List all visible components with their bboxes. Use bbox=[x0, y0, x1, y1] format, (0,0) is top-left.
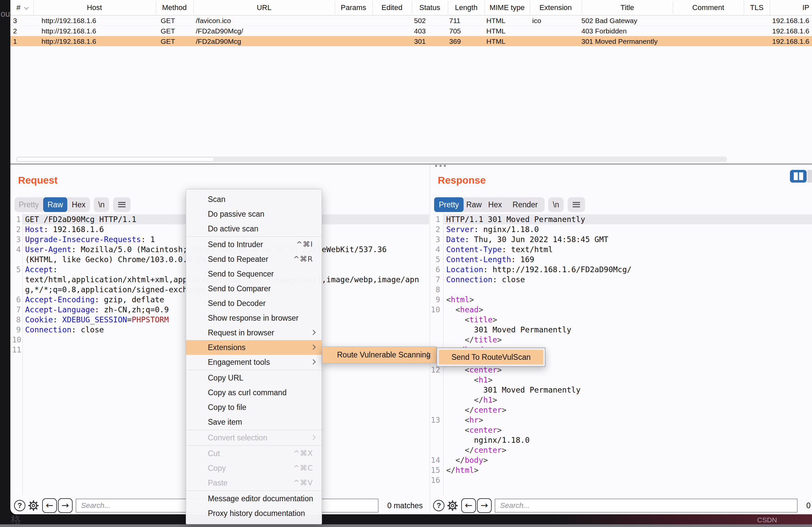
menu-item-label: Engagement tools bbox=[208, 358, 270, 366]
response-line: 16 bbox=[430, 475, 812, 485]
prev-match-button[interactable]: ← bbox=[42, 498, 57, 513]
gear-icon bbox=[446, 499, 459, 512]
menu-item-send-to-decoder[interactable]: Send to Decoder bbox=[186, 296, 322, 311]
line-number: 11 bbox=[12, 345, 21, 355]
response-tabs: PrettyRawHexRender bbox=[434, 197, 545, 212]
line-number: 5 bbox=[430, 255, 440, 265]
cell-length: 711 bbox=[449, 15, 460, 26]
col-header-comment[interactable]: Comment bbox=[681, 0, 735, 15]
layout-columns-button[interactable] bbox=[790, 170, 807, 183]
menu-item-send-to-repeater[interactable]: Send to Repeater^⌘R bbox=[186, 252, 322, 267]
col-header-mime-type[interactable]: MIME type bbox=[480, 0, 534, 15]
col-header-title[interactable]: Title bbox=[600, 0, 654, 15]
table-horizontal-scrollbar[interactable] bbox=[16, 156, 727, 162]
menu-item-label: Convert selection bbox=[208, 433, 267, 442]
next-match-button[interactable]: → bbox=[58, 498, 73, 513]
response-search-input[interactable] bbox=[495, 499, 798, 513]
table-row[interactable]: 3http://192.168.1.6GET/favicon.ico502711… bbox=[10, 15, 812, 26]
col-header-label: # bbox=[16, 3, 20, 12]
line-number: 6 bbox=[12, 295, 21, 305]
tab-hex[interactable]: Hex bbox=[67, 197, 90, 212]
menu-item-scan[interactable]: Scan bbox=[186, 192, 322, 207]
menu-item-show-response-in-browser[interactable]: Show response in browser bbox=[186, 311, 322, 325]
tab-render[interactable]: Render bbox=[506, 197, 545, 212]
submenu-item-send-to-routevulscan[interactable]: Send To RouteVulScan bbox=[439, 350, 543, 364]
col-header-label: Status bbox=[419, 3, 440, 12]
menu-item-copy-to-file[interactable]: Copy to file bbox=[186, 400, 322, 415]
scrollbar-thumb[interactable] bbox=[17, 157, 214, 162]
line-number: 6 bbox=[430, 265, 440, 274]
layout-button-clipped[interactable] bbox=[807, 170, 812, 183]
menu-item-send-to-intruder[interactable]: Send to Intruder^⌘I bbox=[186, 237, 322, 252]
help-button[interactable]: ? bbox=[14, 500, 26, 511]
cell-method: GET bbox=[161, 15, 175, 26]
line-text: Upgrade-Insecure-Requests: 1 bbox=[25, 235, 155, 244]
cell-status: 403 bbox=[414, 26, 426, 36]
menu-item-send-to-comparer[interactable]: Send to Comparer bbox=[186, 281, 322, 296]
request-newline-toggle-button[interactable]: \n bbox=[94, 197, 109, 212]
menu-item-extensions[interactable]: Extensions bbox=[186, 340, 322, 355]
column-separator bbox=[582, 1, 582, 14]
menu-item-message-editor-documentation[interactable]: Message editor documentation bbox=[186, 491, 322, 506]
menu-item-send-to-sequencer[interactable]: Send to Sequencer bbox=[186, 267, 322, 281]
col-header-[interactable]: # bbox=[10, 0, 48, 15]
tab-raw[interactable]: Raw bbox=[43, 197, 67, 212]
menu-item-label: Scan bbox=[208, 195, 225, 204]
menu-item-shortcut: ^⌘X bbox=[293, 446, 313, 461]
menu-item-label: Send to Comparer bbox=[208, 284, 271, 293]
menu-item-do-active-scan[interactable]: Do active scan bbox=[186, 221, 322, 236]
column-separator bbox=[193, 1, 194, 14]
response-line: 5Content-Length: 169 bbox=[430, 255, 812, 265]
request-match-count: 0 matches bbox=[387, 501, 423, 510]
column-separator bbox=[448, 1, 448, 14]
splitter-handle-icon[interactable] bbox=[435, 165, 446, 167]
col-header-url[interactable]: URL bbox=[237, 0, 291, 15]
menu-item-label: Copy to file bbox=[208, 403, 246, 412]
tab-raw[interactable]: Raw bbox=[464, 197, 484, 212]
line-number: 10 bbox=[430, 305, 440, 315]
settings-button[interactable] bbox=[27, 499, 40, 512]
response-newline-toggle-button[interactable]: \n bbox=[548, 197, 564, 212]
menu-item-copy-as-curl-command[interactable]: Copy as curl command bbox=[186, 385, 322, 400]
menu-item-request-in-browser[interactable]: Request in browser bbox=[186, 325, 322, 340]
cell-num: 1 bbox=[13, 36, 17, 46]
col-header-host[interactable]: Host bbox=[68, 0, 121, 15]
menu-item-cut: Cut^⌘X bbox=[186, 446, 322, 461]
menu-item-copy-url[interactable]: Copy URL bbox=[186, 371, 322, 385]
tab-pretty[interactable]: Pretty bbox=[434, 197, 464, 212]
cell-title: 403 Forbidden bbox=[581, 26, 627, 36]
tab-hex[interactable]: Hex bbox=[484, 197, 506, 212]
menu-separator bbox=[186, 237, 322, 237]
prev-match-button[interactable]: ← bbox=[461, 498, 476, 513]
submenu-item-route-vulnerable-scanning[interactable]: Route Vulnerable Scanning bbox=[322, 347, 436, 363]
col-header-extension[interactable]: Extension bbox=[529, 0, 582, 15]
table-row[interactable]: 1http://192.168.1.6GET/FD2aD90Mcg301369H… bbox=[10, 36, 812, 46]
response-match-count: 0 matches bbox=[806, 501, 812, 510]
response-editor-menu-button[interactable] bbox=[568, 197, 585, 212]
tab-pretty[interactable]: Pretty bbox=[14, 197, 43, 212]
response-line: 1HTTP/1.1 301 Moved Permanently bbox=[430, 214, 812, 224]
col-header-label: Extension bbox=[539, 3, 572, 12]
menu-item-paste: Paste^⌘V bbox=[186, 476, 322, 490]
line-number: 9 bbox=[430, 295, 440, 305]
col-header-ip[interactable]: IP bbox=[769, 0, 809, 15]
line-text: Content-Type: text/html bbox=[446, 244, 553, 255]
response-line: </title> bbox=[430, 335, 812, 345]
next-match-button[interactable]: → bbox=[477, 498, 492, 513]
request-editor-menu-button[interactable] bbox=[113, 197, 131, 212]
table-row[interactable]: 2http://192.168.1.6GET/FD2aD90Mcg/403705… bbox=[10, 26, 812, 36]
line-text: Server: nginx/1.18.0 bbox=[446, 224, 539, 235]
line-text: Content-Length: 169 bbox=[446, 255, 534, 265]
menu-item-save-item[interactable]: Save item bbox=[186, 415, 322, 430]
menu-item-engagement-tools[interactable]: Engagement tools bbox=[186, 355, 322, 370]
menu-item-do-passive-scan[interactable]: Do passive scan bbox=[186, 207, 322, 221]
settings-button[interactable] bbox=[446, 499, 459, 512]
cell-extension: ico bbox=[532, 15, 541, 26]
line-text: nginx/1.18.0 bbox=[446, 435, 530, 445]
line-number: 9 bbox=[12, 325, 21, 335]
arrow-left-icon: ← bbox=[46, 500, 54, 510]
response-line: 6Location: http://192.168.1.6/FD2aD90Mcg… bbox=[430, 265, 812, 274]
help-button[interactable]: ? bbox=[433, 500, 445, 511]
menu-item-proxy-history-documentation[interactable]: Proxy history documentation bbox=[186, 506, 322, 521]
horizontal-splitter[interactable] bbox=[10, 164, 812, 165]
